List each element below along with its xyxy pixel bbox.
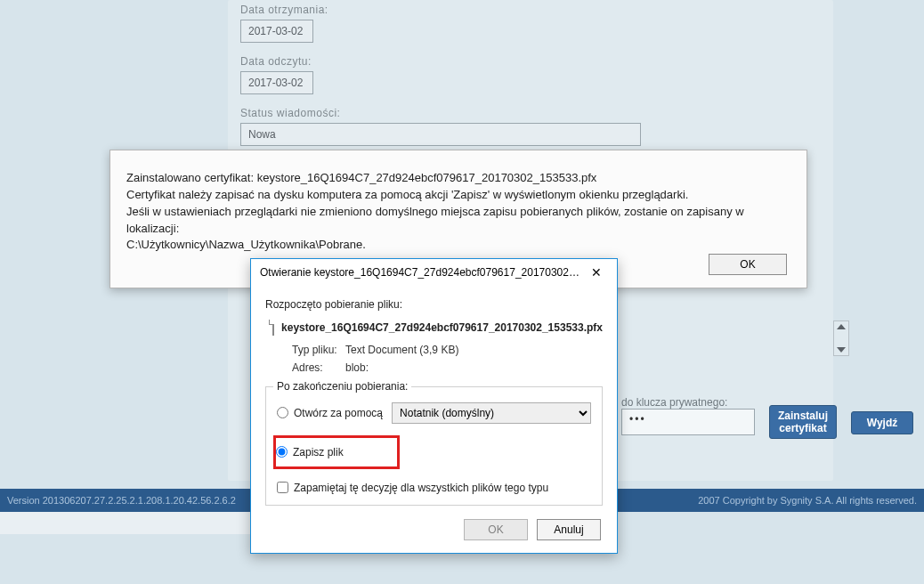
date-read-label: Data odczytu: <box>240 55 821 68</box>
private-key-pass-field[interactable]: ••• <box>621 409 755 435</box>
download-dialog-titlebar: Otwieranie keystore_16Q1694C7_27d924ebcf… <box>251 259 617 286</box>
info-ok-button[interactable]: OK <box>709 254 787 275</box>
date-read-field[interactable]: 2017-03-02 <box>240 71 313 94</box>
scroll-down-icon[interactable] <box>837 347 846 353</box>
after-download-legend: Po zakończeniu pobierania: <box>273 380 411 393</box>
info-line3: Jeśli w ustawieniach przeglądarki nie zm… <box>126 204 790 238</box>
exit-button[interactable]: Wyjdź <box>851 411 913 434</box>
open-with-radio[interactable] <box>277 407 288 418</box>
install-certificate-button[interactable]: Zainstaluj certyfikat <box>769 405 837 439</box>
status-label: Status wiadomości: <box>240 107 821 119</box>
date-received-label: Data otrzymania: <box>240 4 821 16</box>
info-line4: C:\Użytkownicy\Nazwa_Użytkownika\Pobrane… <box>126 237 790 254</box>
info-line1: Zainstalowano certyfikat: keystore_16Q16… <box>126 170 790 187</box>
copyright-text: 2007 Copyright by Sygnity S.A. All right… <box>698 489 917 512</box>
file-icon <box>272 320 274 336</box>
remember-row[interactable]: Zapamiętaj tę decyzję dla wszystkich pli… <box>277 482 591 494</box>
download-dialog: Otwieranie keystore_16Q1694C7_27d924ebcf… <box>250 258 618 554</box>
date-received-field[interactable]: 2017-03-02 <box>240 20 313 43</box>
bottom-strip <box>0 512 267 534</box>
download-cancel-button[interactable]: Anuluj <box>537 519 601 540</box>
file-type-value: Text Document (3,9 KB) <box>345 344 458 356</box>
info-line2: Certyfikat należy zapisać na dysku kompu… <box>126 187 790 204</box>
close-icon[interactable]: ✕ <box>581 263 612 282</box>
save-file-radio[interactable] <box>276 446 288 458</box>
open-with-label: Otwórz za pomocą <box>294 407 383 419</box>
private-key-pass-label: do klucza prywatnego: <box>621 396 755 409</box>
file-addr-label: Adres: <box>292 359 345 377</box>
version-text: Version 201306207.27.2.25.2.1.208.1.20.4… <box>7 489 236 512</box>
download-started-label: Rozpoczęto pobieranie pliku: <box>265 298 603 311</box>
save-file-label: Zapisz plik <box>293 446 344 458</box>
certificate-info-text: Zainstalowano certyfikat: keystore_16Q16… <box>110 150 806 263</box>
status-field[interactable]: Nowa <box>240 123 641 146</box>
remember-checkbox[interactable] <box>277 482 288 493</box>
open-with-select[interactable]: Notatnik (domyślny) <box>392 402 591 424</box>
remember-label: Zapamiętaj tę decyzję dla wszystkich pli… <box>294 482 548 494</box>
after-download-group: Po zakończeniu pobierania: Otwórz za pom… <box>265 386 603 506</box>
scroll-up-icon[interactable] <box>837 324 846 329</box>
download-ok-button[interactable]: OK <box>464 519 528 540</box>
file-addr-value: blob: <box>345 361 369 374</box>
open-with-row[interactable]: Otwórz za pomocą Notatnik (domyślny) <box>277 402 591 425</box>
download-dialog-title: Otwieranie keystore_16Q1694C7_27d924ebcf… <box>260 266 581 279</box>
save-file-highlight: Zapisz plik <box>273 435 400 469</box>
download-filename: keystore_16Q1694C7_27d924ebcf079617_2017… <box>281 321 603 334</box>
file-type-label: Typ pliku: <box>292 341 345 359</box>
scrollbar[interactable] <box>833 320 849 356</box>
